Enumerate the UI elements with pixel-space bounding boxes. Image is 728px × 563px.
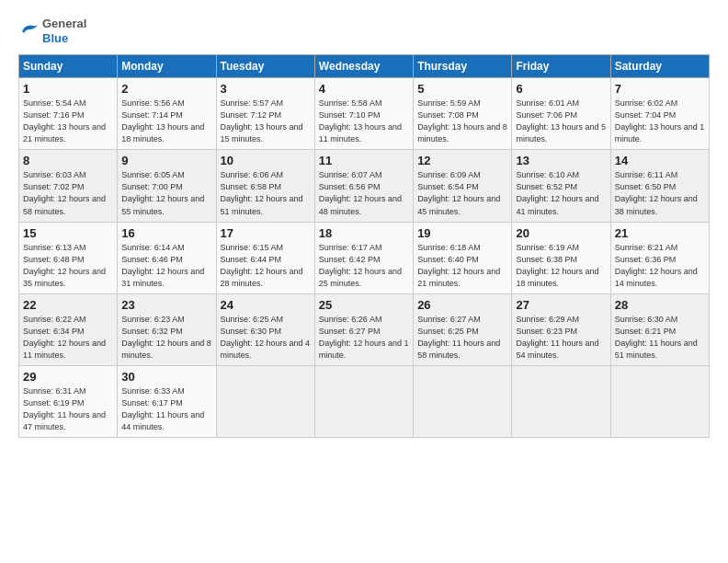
calendar-day-cell [610,365,709,437]
calendar-day-cell: 8Sunrise: 6:03 AM Sunset: 7:02 PM Daylig… [19,150,118,222]
day-number: 28 [615,298,705,312]
day-info: Sunrise: 6:19 AM Sunset: 6:38 PM Dayligh… [516,242,606,290]
calendar-day-cell: 24Sunrise: 6:25 AM Sunset: 6:30 PM Dayli… [216,293,314,365]
day-info: Sunrise: 6:03 AM Sunset: 7:02 PM Dayligh… [23,169,113,217]
day-number: 1 [23,82,113,96]
day-number: 7 [615,82,705,96]
logo: General Blue [18,17,86,45]
calendar-day-cell: 23Sunrise: 6:23 AM Sunset: 6:32 PM Dayli… [118,293,216,365]
day-number: 12 [417,154,507,167]
day-number: 18 [319,226,409,240]
header: General Blue [18,17,710,45]
logo-text: General Blue [42,17,86,45]
calendar-day-cell [414,365,512,437]
calendar-day-cell: 6Sunrise: 6:01 AM Sunset: 7:06 PM Daylig… [512,78,610,150]
day-number: 16 [121,226,211,240]
day-info: Sunrise: 6:27 AM Sunset: 6:25 PM Dayligh… [417,314,507,362]
calendar-day-cell: 1Sunrise: 5:54 AM Sunset: 7:16 PM Daylig… [19,78,118,150]
calendar-week-row: 8Sunrise: 6:03 AM Sunset: 7:02 PM Daylig… [19,150,710,222]
day-number: 15 [23,226,113,240]
day-info: Sunrise: 6:01 AM Sunset: 7:06 PM Dayligh… [516,98,606,145]
page: General Blue SundayMondayTuesdayWednesda… [0,0,728,447]
calendar-day-header: Sunday [19,55,118,78]
calendar-day-cell: 28Sunrise: 6:30 AM Sunset: 6:21 PM Dayli… [610,293,709,365]
calendar-day-cell: 7Sunrise: 6:02 AM Sunset: 7:04 PM Daylig… [610,78,709,150]
calendar-day-cell: 25Sunrise: 6:26 AM Sunset: 6:27 PM Dayli… [314,293,413,365]
day-number: 14 [615,154,705,167]
calendar-day-header: Monday [118,55,216,78]
day-info: Sunrise: 6:33 AM Sunset: 6:17 PM Dayligh… [121,385,211,433]
calendar-day-cell [216,365,314,437]
calendar-day-header: Saturday [610,55,709,78]
day-info: Sunrise: 6:30 AM Sunset: 6:21 PM Dayligh… [615,314,705,362]
calendar-day-cell [314,365,413,437]
day-info: Sunrise: 5:57 AM Sunset: 7:12 PM Dayligh… [221,98,311,145]
day-number: 21 [615,226,705,240]
calendar-week-row: 22Sunrise: 6:22 AM Sunset: 6:34 PM Dayli… [19,293,710,365]
day-number: 3 [221,82,311,96]
day-number: 2 [121,82,211,96]
day-info: Sunrise: 6:02 AM Sunset: 7:04 PM Dayligh… [615,98,705,145]
calendar-day-header: Wednesday [314,55,413,78]
calendar-day-cell: 10Sunrise: 6:06 AM Sunset: 6:58 PM Dayli… [216,150,314,222]
calendar-day-cell: 30Sunrise: 6:33 AM Sunset: 6:17 PM Dayli… [118,365,216,437]
day-number: 11 [319,154,409,167]
calendar-day-cell: 26Sunrise: 6:27 AM Sunset: 6:25 PM Dayli… [414,293,512,365]
day-info: Sunrise: 6:10 AM Sunset: 6:52 PM Dayligh… [516,169,606,217]
calendar-day-header: Thursday [414,55,512,78]
day-number: 26 [417,298,507,312]
calendar-header-row: SundayMondayTuesdayWednesdayThursdayFrid… [19,55,710,78]
day-info: Sunrise: 6:18 AM Sunset: 6:40 PM Dayligh… [417,242,507,290]
day-number: 29 [23,370,113,384]
calendar-week-row: 29Sunrise: 6:31 AM Sunset: 6:19 PM Dayli… [19,365,710,437]
calendar-day-cell: 19Sunrise: 6:18 AM Sunset: 6:40 PM Dayli… [414,222,512,293]
day-number: 23 [121,298,211,312]
day-number: 17 [221,226,311,240]
calendar-day-cell: 3Sunrise: 5:57 AM Sunset: 7:12 PM Daylig… [216,78,314,150]
day-number: 5 [417,82,507,96]
day-number: 24 [221,298,311,312]
day-number: 22 [23,298,113,312]
day-info: Sunrise: 5:54 AM Sunset: 7:16 PM Dayligh… [23,98,113,145]
day-number: 4 [319,82,409,96]
calendar-day-cell: 2Sunrise: 5:56 AM Sunset: 7:14 PM Daylig… [118,78,216,150]
calendar-day-header: Friday [512,55,610,78]
day-info: Sunrise: 6:09 AM Sunset: 6:54 PM Dayligh… [417,169,507,217]
day-number: 13 [516,154,606,167]
day-info: Sunrise: 6:29 AM Sunset: 6:23 PM Dayligh… [516,314,606,362]
day-info: Sunrise: 6:21 AM Sunset: 6:36 PM Dayligh… [615,242,705,290]
calendar-day-cell: 16Sunrise: 6:14 AM Sunset: 6:46 PM Dayli… [118,222,216,293]
calendar-day-cell: 21Sunrise: 6:21 AM Sunset: 6:36 PM Dayli… [610,222,709,293]
day-info: Sunrise: 6:05 AM Sunset: 7:00 PM Dayligh… [121,169,211,217]
logo-bird-icon [18,20,40,42]
day-info: Sunrise: 6:15 AM Sunset: 6:44 PM Dayligh… [221,242,311,290]
day-number: 6 [516,82,606,96]
calendar-day-cell: 11Sunrise: 6:07 AM Sunset: 6:56 PM Dayli… [314,150,413,222]
calendar-day-cell: 27Sunrise: 6:29 AM Sunset: 6:23 PM Dayli… [512,293,610,365]
calendar-day-cell: 13Sunrise: 6:10 AM Sunset: 6:52 PM Dayli… [512,150,610,222]
day-number: 25 [319,298,409,312]
day-number: 30 [121,370,211,384]
logo-container: General Blue [18,17,86,45]
calendar-day-cell: 29Sunrise: 6:31 AM Sunset: 6:19 PM Dayli… [19,365,118,437]
calendar-day-cell: 15Sunrise: 6:13 AM Sunset: 6:48 PM Dayli… [19,222,118,293]
calendar-day-cell: 14Sunrise: 6:11 AM Sunset: 6:50 PM Dayli… [610,150,709,222]
day-info: Sunrise: 6:14 AM Sunset: 6:46 PM Dayligh… [121,242,211,290]
day-number: 20 [516,226,606,240]
day-number: 10 [221,154,311,167]
day-info: Sunrise: 6:25 AM Sunset: 6:30 PM Dayligh… [221,314,311,362]
day-info: Sunrise: 6:11 AM Sunset: 6:50 PM Dayligh… [615,169,705,217]
calendar-week-row: 15Sunrise: 6:13 AM Sunset: 6:48 PM Dayli… [19,222,710,293]
calendar-day-cell: 9Sunrise: 6:05 AM Sunset: 7:00 PM Daylig… [118,150,216,222]
day-info: Sunrise: 6:06 AM Sunset: 6:58 PM Dayligh… [221,169,311,217]
calendar-day-cell: 18Sunrise: 6:17 AM Sunset: 6:42 PM Dayli… [314,222,413,293]
day-info: Sunrise: 6:17 AM Sunset: 6:42 PM Dayligh… [319,242,409,290]
calendar-day-cell: 5Sunrise: 5:59 AM Sunset: 7:08 PM Daylig… [414,78,512,150]
day-info: Sunrise: 6:22 AM Sunset: 6:34 PM Dayligh… [23,314,113,362]
calendar-day-cell: 22Sunrise: 6:22 AM Sunset: 6:34 PM Dayli… [19,293,118,365]
day-number: 19 [417,226,507,240]
calendar-table: SundayMondayTuesdayWednesdayThursdayFrid… [18,54,710,438]
day-info: Sunrise: 6:07 AM Sunset: 6:56 PM Dayligh… [319,169,409,217]
day-info: Sunrise: 6:31 AM Sunset: 6:19 PM Dayligh… [23,385,113,433]
day-info: Sunrise: 6:13 AM Sunset: 6:48 PM Dayligh… [23,242,113,290]
